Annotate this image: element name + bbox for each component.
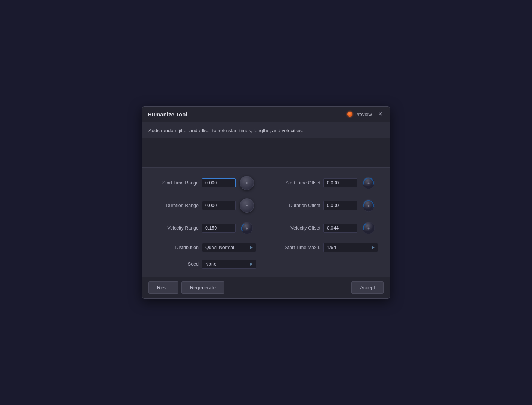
seed-row: Seed None ▶ — [150, 258, 260, 271]
canvas-area — [142, 138, 390, 168]
velocity-offset-row: Velocity Offset — [272, 219, 382, 237]
start-time-range-label: Start Time Range — [150, 180, 199, 186]
title-bar-right: Preview ✕ — [347, 110, 384, 118]
svg-point-3 — [368, 205, 370, 207]
preview-label: Preview — [355, 112, 372, 117]
start-time-offset-label: Start Time Offset — [272, 180, 320, 186]
velocity-offset-knob-container — [360, 221, 377, 236]
distribution-dropdown[interactable]: Quasi-Normal ▶ — [202, 243, 256, 252]
velocity-offset-knob[interactable] — [361, 221, 376, 236]
duration-offset-label: Duration Offset — [272, 203, 320, 208]
dialog-title: Humanize Tool — [148, 111, 187, 118]
title-bar: Humanize Tool Preview ✕ — [142, 107, 390, 122]
empty-cell — [272, 258, 382, 271]
start-time-max-dropdown[interactable]: 1/64 ▶ — [323, 243, 378, 252]
distribution-label: Distribution — [150, 245, 199, 250]
preview-dot-icon — [347, 112, 352, 117]
seed-label: Seed — [150, 261, 199, 267]
start-time-max-arrow-icon: ▶ — [372, 245, 375, 250]
velocity-range-input[interactable] — [202, 224, 236, 233]
duration-range-row: Duration Range — [150, 196, 260, 215]
svg-point-7 — [368, 227, 370, 229]
duration-offset-knob-container — [360, 198, 377, 213]
start-time-offset-input[interactable] — [323, 178, 357, 187]
velocity-offset-input[interactable] — [323, 224, 357, 233]
distribution-row: Distribution Quasi-Normal ▶ — [150, 241, 260, 254]
start-time-range-knob-container — [239, 176, 255, 190]
accept-button[interactable]: Accept — [351, 281, 384, 294]
svg-point-5 — [246, 227, 248, 229]
preview-button[interactable]: Preview — [347, 112, 372, 117]
controls-grid: Start Time Range Start Time Offset — [150, 174, 382, 271]
start-time-range-knob[interactable] — [240, 176, 254, 190]
svg-point-1 — [368, 182, 370, 184]
start-time-range-input[interactable] — [202, 178, 236, 187]
seed-arrow-icon: ▶ — [250, 261, 253, 266]
seed-dropdown[interactable]: None ▶ — [202, 260, 256, 269]
velocity-range-knob[interactable] — [239, 221, 254, 236]
velocity-range-knob-container — [239, 221, 255, 236]
start-time-max-value: 1/64 — [327, 245, 336, 250]
duration-range-label: Duration Range — [150, 203, 199, 208]
reset-button[interactable]: Reset — [148, 281, 178, 294]
controls-area: Start Time Range Start Time Offset — [142, 168, 390, 277]
velocity-range-row: Velocity Range — [150, 219, 260, 237]
duration-offset-knob[interactable] — [361, 198, 376, 213]
velocity-range-label: Velocity Range — [150, 225, 199, 231]
start-time-offset-knob-container — [360, 175, 377, 190]
start-time-max-label: Start Time Max I. — [272, 245, 320, 250]
seed-value: None — [205, 261, 216, 267]
start-time-offset-knob[interactable] — [361, 175, 376, 190]
button-bar-left: Reset Regenerate — [148, 281, 224, 294]
distribution-value: Quasi-Normal — [205, 245, 234, 250]
duration-range-knob-container — [239, 198, 255, 213]
close-button[interactable]: ✕ — [376, 110, 384, 118]
regenerate-button[interactable]: Regenerate — [181, 281, 224, 294]
title-bar-left: Humanize Tool — [148, 111, 187, 118]
start-time-offset-row: Start Time Offset — [272, 174, 382, 192]
duration-range-knob[interactable] — [240, 198, 254, 213]
description-text: Adds random jitter and offset to note st… — [142, 122, 390, 137]
distribution-arrow-icon: ▶ — [250, 245, 253, 250]
humanize-tool-dialog: Humanize Tool Preview ✕ Adds random jitt… — [142, 106, 390, 298]
duration-offset-row: Duration Offset — [272, 196, 382, 215]
start-time-range-row: Start Time Range — [150, 174, 260, 192]
start-time-max-row: Start Time Max I. 1/64 ▶ — [272, 241, 382, 254]
duration-offset-input[interactable] — [323, 201, 357, 210]
button-bar: Reset Regenerate Accept — [142, 277, 390, 298]
duration-range-input[interactable] — [202, 201, 236, 210]
velocity-offset-label: Velocity Offset — [272, 225, 320, 231]
